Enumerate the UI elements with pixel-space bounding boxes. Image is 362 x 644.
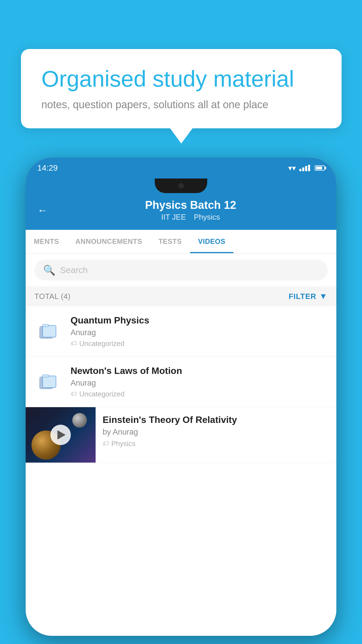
tab-tests[interactable]: TESTS — [150, 230, 190, 253]
video-info-1: Quantum Physics Anurag 🏷 Uncategorized — [71, 315, 328, 348]
search-icon: 🔍 — [43, 264, 55, 276]
video-author-2: Anurag — [71, 379, 328, 388]
video-info-2: Newton's Laws of Motion Anurag 🏷 Uncateg… — [71, 365, 328, 398]
video-tag-2: 🏷 Uncategorized — [71, 390, 328, 398]
svg-rect-7 — [43, 375, 49, 377]
camera-dot — [178, 183, 184, 188]
notch-area — [26, 178, 336, 193]
svg-rect-6 — [43, 376, 56, 388]
tag-icon-3: 🏷 — [103, 440, 109, 447]
signal-icon — [299, 165, 310, 171]
back-button[interactable]: ← — [37, 204, 48, 216]
filter-bar: TOTAL (4) FILTER ▼ — [26, 286, 336, 306]
tab-videos[interactable]: VIDEOS — [190, 230, 234, 253]
list-item[interactable]: Newton's Laws of Motion Anurag 🏷 Uncateg… — [26, 357, 336, 407]
speech-bubble: Organised study material notes, question… — [21, 49, 342, 128]
svg-rect-3 — [43, 324, 49, 327]
video-thumbnail-3 — [26, 407, 96, 463]
tab-announcements[interactable]: ANNOUNCEMENTS — [67, 230, 150, 253]
video-title-2: Newton's Laws of Motion — [71, 365, 328, 376]
video-info-3: Einstein's Theory Of Relativity by Anura… — [96, 407, 336, 454]
play-button[interactable] — [50, 425, 71, 445]
tag-icon-1: 🏷 — [71, 340, 77, 347]
notch — [155, 178, 207, 193]
total-count: TOTAL (4) — [34, 292, 71, 301]
filter-icon: ▼ — [319, 292, 328, 301]
header-center: Physics Batch 12 IIT JEE Physics — [57, 199, 325, 222]
status-bar: 14:29 ▾▾ — [26, 158, 336, 178]
bubble-subtitle: notes, question papers, solutions all at… — [41, 99, 321, 111]
video-author-1: Anurag — [71, 328, 328, 337]
video-title-3: Einstein's Theory Of Relativity — [103, 414, 329, 425]
phone-device: 14:29 ▾▾ — [26, 158, 336, 636]
video-thumb-icon-1 — [34, 321, 64, 342]
header-subtitle: IIT JEE Physics — [57, 213, 325, 222]
wifi-icon: ▾▾ — [288, 164, 296, 173]
header-title: Physics Batch 12 — [57, 199, 325, 211]
play-triangle-icon — [57, 430, 66, 440]
planet-small — [72, 413, 87, 428]
video-author-3: by Anurag — [103, 428, 329, 437]
search-container: 🔍 Search — [26, 254, 336, 286]
app-header: ← Physics Batch 12 IIT JEE Physics — [26, 193, 336, 230]
filter-label: FILTER — [289, 292, 316, 301]
list-item[interactable]: Quantum Physics Anurag 🏷 Uncategorized — [26, 306, 336, 357]
video-tag-1: 🏷 Uncategorized — [71, 340, 328, 348]
video-tag-3: 🏷 Physics — [103, 440, 329, 448]
content-area: Quantum Physics Anurag 🏷 Uncategorized — [26, 306, 336, 636]
status-icons: ▾▾ — [288, 164, 325, 173]
battery-icon — [315, 165, 325, 171]
folder-icon — [38, 371, 59, 392]
search-placeholder: Search — [60, 265, 88, 275]
tab-bar: MENTS ANNOUNCEMENTS TESTS VIDEOS — [26, 230, 336, 254]
folder-icon — [38, 321, 59, 342]
subtitle-iit: IIT JEE — [161, 213, 186, 221]
search-bar[interactable]: 🔍 Search — [34, 260, 328, 281]
video-thumb-icon-2 — [34, 371, 64, 392]
status-time: 14:29 — [37, 163, 58, 173]
filter-button[interactable]: FILTER ▼ — [289, 292, 328, 301]
video-title-1: Quantum Physics — [71, 315, 328, 326]
list-item[interactable]: Einstein's Theory Of Relativity by Anura… — [26, 407, 336, 463]
tag-icon-2: 🏷 — [71, 390, 77, 398]
svg-rect-2 — [43, 326, 56, 337]
subtitle-physics: Physics — [194, 213, 220, 221]
tab-ments[interactable]: MENTS — [26, 230, 67, 253]
bubble-title: Organised study material — [41, 66, 321, 92]
